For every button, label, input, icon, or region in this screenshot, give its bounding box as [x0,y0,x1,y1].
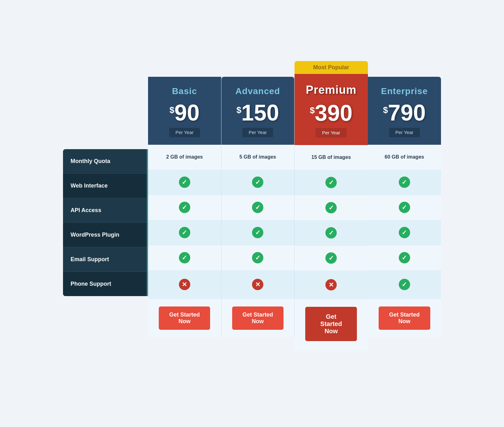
plan-basic-quota: 2 GB of images [148,145,221,170]
plan-premium-dollar: $ [310,105,315,115]
plan-advanced-period: Per Year [249,130,267,135]
plan-basic-cta-row: Get Started Now [148,299,221,337]
plan-premium-body: 15 GB of images ✓ ✓ ✓ ✓ ✕ [295,145,368,299]
check-icon: ✓ [399,177,410,188]
plan-basic-phone-support: ✕ [148,271,221,299]
plan-premium-cta-button[interactable]: Get Started Now [305,307,357,341]
pricing-table: Monthly Quota Web Interface API Access W… [63,77,441,351]
plan-advanced: Advanced $ 150 Per Year 5 GB of images ✓… [221,77,295,337]
plan-enterprise-period: Per Year [395,130,414,135]
plan-premium-period: Per Year [322,130,340,135]
plan-basic-email-support: ✓ [148,245,221,271]
check-icon: ✓ [399,252,410,263]
check-icon: ✓ [252,177,263,188]
plan-premium-phone-support: ✕ [295,271,368,299]
plan-basic-web-interface: ✓ [148,170,221,195]
plan-advanced-phone-support: ✕ [221,271,295,299]
plan-premium-wordpress: ✓ [295,221,368,246]
plan-advanced-web-interface: ✓ [221,170,295,195]
plan-basic-wordpress: ✓ [148,220,221,245]
plan-advanced-body: 5 GB of images ✓ ✓ ✓ ✓ ✕ [221,145,295,299]
plan-enterprise-dollar: $ [383,105,388,115]
plan-premium-amount: 390 [315,102,352,124]
plan-premium-price: $ 390 [301,102,362,124]
check-icon: ✓ [325,252,337,264]
cross-icon: ✕ [325,279,337,290]
plan-advanced-email-support: ✓ [221,245,295,271]
plan-premium-quota: 15 GB of images [295,145,368,170]
feature-label-api-access: API Access [63,198,147,223]
plan-premium-period-wrapper: Per Year [316,128,346,138]
plan-basic-name: Basic [154,86,215,96]
plan-basic-api-access: ✓ [148,195,221,220]
plan-basic-body: 2 GB of images ✓ ✓ ✓ ✓ ✕ [148,145,221,299]
plan-premium-header: Premium $ 390 Per Year [295,74,368,145]
plan-enterprise-wordpress: ✓ [368,220,441,245]
plan-advanced-api-access: ✓ [221,195,295,220]
plan-basic-period: Per Year [175,130,194,135]
check-icon: ✓ [252,252,263,263]
plan-enterprise-phone-support: ✓ [368,271,441,299]
plan-advanced-amount: 150 [241,101,279,124]
feature-label-wordpress-plugin: WordPress Plugin [63,223,147,247]
check-icon: ✓ [325,177,337,188]
plan-enterprise-cta-button[interactable]: Get Started Now [379,306,430,330]
check-icon: ✓ [252,202,263,213]
plan-enterprise-name: Enterprise [374,86,435,96]
plan-enterprise-cta-row: Get Started Now [368,299,441,337]
plan-advanced-period-wrapper: Per Year [242,128,273,137]
plan-enterprise: Enterprise $ 790 Per Year 60 GB of image… [368,77,441,337]
check-icon: ✓ [325,202,337,213]
plan-basic-dollar: $ [169,105,175,115]
plan-enterprise-period-wrapper: Per Year [389,128,420,137]
most-popular-badge: Most Popular [295,61,368,74]
feature-label-monthly-quota: Monthly Quota [63,149,147,174]
plan-advanced-wordpress: ✓ [221,220,295,245]
check-icon: ✓ [252,227,263,238]
plan-basic: Basic $ 90 Per Year 2 GB of images ✓ ✓ [148,77,221,337]
feature-labels-column: Monthly Quota Web Interface API Access W… [63,149,148,296]
plan-enterprise-api-access: ✓ [368,195,441,220]
plan-premium-email-support: ✓ [295,246,368,271]
plan-advanced-cta-row: Get Started Now [221,299,295,337]
plan-enterprise-email-support: ✓ [368,245,441,271]
cross-icon: ✕ [179,279,190,290]
check-icon: ✓ [399,202,410,213]
plan-enterprise-price: $ 790 [374,101,435,124]
plan-advanced-cta-button[interactable]: Get Started Now [232,306,284,330]
plan-enterprise-amount: 790 [388,101,426,124]
plan-advanced-name: Advanced [228,86,288,96]
plan-enterprise-web-interface: ✓ [368,170,441,195]
plan-basic-price: $ 90 [154,101,215,124]
plan-enterprise-header: Enterprise $ 790 Per Year [368,77,441,145]
check-icon: ✓ [179,202,190,213]
plan-premium-web-interface: ✓ [295,170,368,195]
cross-icon: ✕ [252,279,263,290]
plan-premium-cta-row: Get Started Now [295,299,368,351]
feature-label-email-support: Email Support [63,247,147,272]
plan-basic-cta-button[interactable]: Get Started Now [159,306,210,330]
plan-enterprise-body: 60 GB of images ✓ ✓ ✓ ✓ ✓ [368,145,441,299]
plan-advanced-price: $ 150 [228,101,288,124]
feature-label-phone-support: Phone Support [63,272,147,296]
plan-premium-name: Premium [301,83,362,97]
plan-advanced-header: Advanced $ 150 Per Year [221,77,295,145]
check-icon: ✓ [179,227,190,238]
plan-advanced-dollar: $ [236,105,241,115]
check-icon: ✓ [399,279,410,290]
check-icon: ✓ [325,227,337,239]
plan-basic-amount: 90 [174,101,199,124]
plan-advanced-quota: 5 GB of images [221,145,295,170]
plan-premium-api-access: ✓ [295,195,368,221]
check-icon: ✓ [179,177,190,188]
check-icon: ✓ [179,252,190,263]
plan-enterprise-quota: 60 GB of images [368,145,441,170]
plan-premium: Most Popular Premium $ 390 Per Year 15 G… [295,61,368,351]
plan-basic-header: Basic $ 90 Per Year [148,77,221,145]
feature-label-web-interface: Web Interface [63,174,147,198]
plans-container: Basic $ 90 Per Year 2 GB of images ✓ ✓ [148,77,441,351]
check-icon: ✓ [399,227,410,238]
plan-basic-period-wrapper: Per Year [169,128,200,137]
